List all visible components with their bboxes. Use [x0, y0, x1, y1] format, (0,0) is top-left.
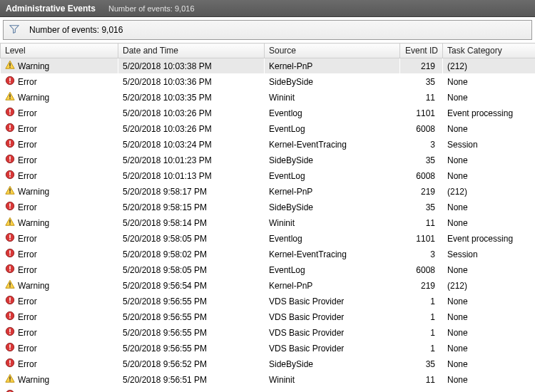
cell-event-id: 1: [400, 325, 443, 341]
table-row[interactable]: Error5/20/2018 9:56:42 PMEventlog1101Eve…: [1, 388, 536, 393]
table-row[interactable]: Error5/20/2018 10:01:23 PMSideBySide35No…: [1, 153, 536, 168]
cell-task-category: None: [443, 90, 536, 105]
level-label: Error: [18, 359, 37, 369]
error-icon: [5, 138, 15, 150]
cell-task-category: Event processing: [443, 388, 536, 393]
cell-task-category: Session: [443, 137, 536, 153]
cell-level: Error: [1, 231, 118, 247]
cell-task-category: Event processing: [443, 231, 536, 247]
cell-level: Error: [1, 168, 118, 184]
warning-icon: [5, 60, 15, 72]
cell-datetime: 5/20/2018 9:58:05 PM: [118, 262, 265, 278]
col-task-category[interactable]: Task Category: [443, 43, 536, 58]
cell-event-id: 35: [400, 153, 443, 168]
cell-source: Eventlog: [265, 388, 400, 393]
table-row[interactable]: Warning5/20/2018 9:58:14 PMWininit11None: [1, 215, 536, 231]
cell-event-id: 219: [400, 184, 443, 200]
error-icon: [5, 295, 15, 307]
table-row[interactable]: Error5/20/2018 10:03:26 PMEventLog6008No…: [1, 121, 536, 137]
cell-task-category: None: [443, 341, 536, 356]
cell-level: Error: [1, 105, 118, 121]
filter-bar: Number of events: 9,016: [3, 20, 532, 40]
cell-datetime: 5/20/2018 9:56:55 PM: [118, 309, 265, 325]
event-table: Level Date and Time Source Event ID Task…: [0, 43, 535, 392]
cell-task-category: (212): [443, 58, 536, 74]
level-label: Warning: [18, 187, 49, 197]
cell-source: EventLog: [265, 168, 400, 184]
cell-datetime: 5/20/2018 9:56:51 PM: [118, 372, 265, 388]
level-label: Warning: [18, 375, 49, 385]
cell-level: Error: [1, 74, 118, 90]
col-source[interactable]: Source: [265, 43, 400, 58]
level-label: Error: [18, 124, 37, 134]
table-row[interactable]: Warning5/20/2018 9:58:17 PMKernel-PnP219…: [1, 184, 536, 200]
cell-datetime: 5/20/2018 9:58:17 PM: [118, 184, 265, 200]
cell-datetime: 5/20/2018 9:58:05 PM: [118, 231, 265, 247]
table-row[interactable]: Error5/20/2018 10:03:24 PMKernel-EventTr…: [1, 137, 536, 153]
cell-level: Error: [1, 294, 118, 309]
cell-source: VDS Basic Provider: [265, 294, 400, 309]
warning-icon: [5, 279, 15, 292]
table-row[interactable]: Error5/20/2018 9:56:55 PMVDS Basic Provi…: [1, 294, 536, 309]
table-row[interactable]: Error5/20/2018 9:56:55 PMVDS Basic Provi…: [1, 325, 536, 341]
cell-datetime: 5/20/2018 9:56:55 PM: [118, 341, 265, 356]
table-row[interactable]: Warning5/20/2018 9:56:54 PMKernel-PnP219…: [1, 278, 536, 294]
table-row[interactable]: Error5/20/2018 9:58:02 PMKernel-EventTra…: [1, 247, 536, 262]
error-icon: [5, 264, 15, 276]
cell-level: Error: [1, 325, 118, 341]
cell-datetime: 5/20/2018 10:01:13 PM: [118, 168, 265, 184]
cell-event-id: 6008: [400, 121, 443, 137]
table-row[interactable]: Warning5/20/2018 9:56:51 PMWininit11None: [1, 372, 536, 388]
cell-event-id: 35: [400, 74, 443, 90]
cell-datetime: 5/20/2018 9:58:15 PM: [118, 200, 265, 215]
col-datetime[interactable]: Date and Time: [118, 43, 265, 58]
cell-level: Error: [1, 262, 118, 278]
cell-datetime: 5/20/2018 10:03:36 PM: [118, 74, 265, 90]
level-label: Error: [18, 140, 37, 150]
cell-datetime: 5/20/2018 9:56:55 PM: [118, 294, 265, 309]
cell-source: Wininit: [265, 90, 400, 105]
table-row[interactable]: Warning5/20/2018 10:03:35 PMWininit11Non…: [1, 90, 536, 105]
filter-icon[interactable]: [9, 24, 19, 36]
error-icon: [5, 248, 15, 260]
event-count-label: Number of events: 9,016: [29, 25, 123, 35]
cell-task-category: None: [443, 200, 536, 215]
cell-level: Error: [1, 153, 118, 168]
table-row[interactable]: Error5/20/2018 9:56:52 PMSideBySide35Non…: [1, 356, 536, 372]
cell-level: Warning: [1, 278, 118, 294]
cell-event-id: 6008: [400, 262, 443, 278]
table-row[interactable]: Error5/20/2018 9:58:05 PMEventlog1101Eve…: [1, 231, 536, 247]
cell-source: EventLog: [265, 262, 400, 278]
titlebar: Administrative Events Number of events: …: [0, 0, 535, 17]
cell-source: Kernel-EventTracing: [265, 137, 400, 153]
cell-source: VDS Basic Provider: [265, 325, 400, 341]
cell-level: Error: [1, 356, 118, 372]
table-row[interactable]: Error5/20/2018 9:56:55 PMVDS Basic Provi…: [1, 309, 536, 325]
cell-task-category: None: [443, 121, 536, 137]
cell-source: Kernel-PnP: [265, 278, 400, 294]
level-label: Error: [18, 77, 37, 87]
table-row[interactable]: Error5/20/2018 9:56:55 PMVDS Basic Provi…: [1, 341, 536, 356]
table-row[interactable]: Error5/20/2018 9:58:05 PMEventLog6008Non…: [1, 262, 536, 278]
level-label: Error: [18, 202, 37, 212]
cell-event-id: 1: [400, 309, 443, 325]
level-label: Error: [18, 265, 37, 275]
error-icon: [5, 342, 15, 354]
error-icon: [5, 123, 15, 135]
col-event-id[interactable]: Event ID: [400, 43, 443, 58]
table-row[interactable]: Warning5/20/2018 10:03:38 PMKernel-PnP21…: [1, 58, 536, 74]
table-row[interactable]: Error5/20/2018 10:03:36 PMSideBySide35No…: [1, 74, 536, 90]
cell-task-category: None: [443, 262, 536, 278]
level-label: Error: [18, 234, 37, 244]
cell-level: Warning: [1, 58, 118, 74]
cell-event-id: 11: [400, 372, 443, 388]
error-icon: [5, 389, 15, 392]
table-row[interactable]: Error5/20/2018 10:01:13 PMEventLog6008No…: [1, 168, 536, 184]
cell-event-id: 35: [400, 356, 443, 372]
cell-source: Eventlog: [265, 231, 400, 247]
table-row[interactable]: Error5/20/2018 9:58:15 PMSideBySide35Non…: [1, 200, 536, 215]
table-row[interactable]: Error5/20/2018 10:03:26 PMEventlog1101Ev…: [1, 105, 536, 121]
level-label: Error: [18, 344, 37, 354]
level-label: Error: [18, 328, 37, 338]
col-level[interactable]: Level: [1, 43, 118, 58]
